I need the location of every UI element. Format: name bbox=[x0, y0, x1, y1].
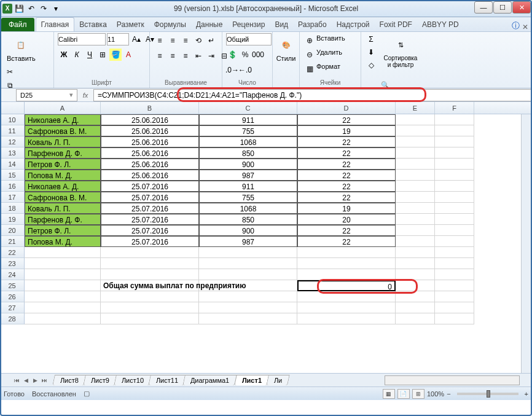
cell[interactable] bbox=[199, 258, 297, 269]
row-header[interactable]: 24 bbox=[0, 269, 25, 280]
tab-abbyy[interactable]: ABBYY PD bbox=[417, 18, 464, 31]
tab-foxit[interactable]: Foxit PDF bbox=[375, 18, 417, 31]
cell[interactable] bbox=[435, 313, 474, 324]
qat-dropdown-icon[interactable]: ▾ bbox=[50, 3, 61, 14]
row-header[interactable]: 14 bbox=[0, 159, 25, 170]
tab-home[interactable]: Главная bbox=[36, 17, 75, 31]
cell[interactable]: 25.06.2016 bbox=[101, 147, 199, 159]
cell[interactable] bbox=[396, 147, 435, 159]
align-bottom-icon[interactable]: ≡ bbox=[179, 34, 192, 47]
align-left-icon[interactable]: ≡ bbox=[154, 50, 166, 62]
cell[interactable]: Парфенов Д. Ф. bbox=[25, 214, 101, 225]
save-icon[interactable]: 💾 bbox=[14, 3, 25, 14]
cell[interactable]: 22 bbox=[297, 114, 396, 125]
cell[interactable]: Коваль Л. П. bbox=[25, 136, 101, 147]
cell[interactable]: 22 bbox=[297, 170, 396, 181]
cell[interactable]: 25.07.2016 bbox=[101, 225, 199, 236]
paste-button[interactable]: 📋 Вставить bbox=[4, 33, 39, 64]
cell[interactable]: 25.06.2016 bbox=[101, 170, 199, 181]
decrease-decimal-icon[interactable]: ←.0 bbox=[239, 64, 251, 76]
cell[interactable] bbox=[396, 159, 435, 170]
cell[interactable] bbox=[101, 247, 199, 258]
cell[interactable]: 850 bbox=[199, 147, 297, 159]
cell[interactable]: 19 bbox=[297, 203, 396, 214]
cell[interactable] bbox=[435, 280, 474, 291]
cell[interactable]: 22 bbox=[297, 159, 396, 170]
cell[interactable] bbox=[435, 203, 474, 214]
fx-icon[interactable]: fx bbox=[80, 90, 91, 101]
view-layout-icon[interactable]: 📄 bbox=[397, 389, 410, 399]
sheet-tab[interactable]: Ли bbox=[266, 375, 290, 385]
underline-button[interactable]: Ч bbox=[84, 49, 96, 61]
sheet-tab[interactable]: Лист10 bbox=[114, 375, 152, 385]
row-header[interactable]: 22 bbox=[0, 247, 25, 258]
cell[interactable] bbox=[396, 125, 435, 136]
row-header[interactable]: 11 bbox=[0, 125, 25, 136]
cell[interactable]: 755 bbox=[199, 192, 297, 203]
cell[interactable] bbox=[199, 247, 297, 258]
cell[interactable] bbox=[199, 313, 297, 324]
tab-data[interactable]: Данные bbox=[191, 18, 227, 31]
cell[interactable] bbox=[297, 247, 396, 258]
border-button[interactable]: ⊞ bbox=[96, 49, 109, 61]
sort-filter-button[interactable]: ⇅ Сортировка и фильтр bbox=[379, 33, 422, 70]
cell[interactable]: 850 bbox=[199, 214, 297, 225]
view-normal-icon[interactable]: ▦ bbox=[383, 389, 395, 399]
cell[interactable] bbox=[435, 302, 474, 313]
minimize-button[interactable]: — bbox=[474, 1, 493, 14]
number-format-select[interactable] bbox=[226, 33, 272, 45]
align-top-icon[interactable]: ≡ bbox=[154, 34, 166, 47]
fill-icon[interactable]: ⬇ bbox=[365, 46, 377, 58]
cell[interactable] bbox=[25, 280, 101, 291]
cell[interactable]: Николаев А. Д. bbox=[25, 181, 101, 192]
zoom-level[interactable]: 100% bbox=[427, 390, 444, 398]
cell[interactable]: 25.06.2016 bbox=[101, 159, 199, 170]
cell[interactable]: 25.06.2016 bbox=[101, 125, 199, 136]
cell[interactable] bbox=[435, 125, 474, 136]
cell[interactable]: 22 bbox=[297, 225, 396, 236]
cell[interactable] bbox=[435, 170, 474, 181]
cell[interactable] bbox=[396, 170, 435, 181]
cell[interactable]: Коваль Л. П. bbox=[25, 203, 101, 214]
format-cell-icon[interactable]: ▦ bbox=[303, 63, 316, 75]
row-header[interactable]: 28 bbox=[0, 313, 25, 324]
sheet-nav-first-icon[interactable]: ⏮ bbox=[12, 375, 21, 385]
col-A[interactable]: A bbox=[25, 102, 101, 114]
cell[interactable] bbox=[199, 302, 297, 313]
cell[interactable] bbox=[435, 225, 474, 236]
macro-record-icon[interactable]: ▢ bbox=[84, 390, 90, 398]
delete-cell-icon[interactable]: ⊖ bbox=[303, 49, 316, 61]
cell[interactable] bbox=[435, 147, 474, 159]
percent-icon[interactable]: % bbox=[239, 49, 251, 61]
cell[interactable]: 22 bbox=[297, 192, 396, 203]
cell[interactable] bbox=[396, 313, 435, 324]
insert-cell-icon[interactable]: ⊕ bbox=[303, 34, 316, 47]
increase-decimal-icon[interactable]: .0→ bbox=[226, 64, 238, 76]
cell[interactable]: 25.06.2016 bbox=[101, 136, 199, 147]
cell[interactable]: 25.07.2016 bbox=[101, 192, 199, 203]
name-box[interactable]: D25▾ bbox=[16, 89, 77, 101]
cell[interactable]: Сафронова В. М. bbox=[25, 192, 101, 203]
cell[interactable] bbox=[396, 280, 435, 291]
sheet-tab[interactable]: Лист11 bbox=[148, 375, 186, 385]
row-header[interactable]: 20 bbox=[0, 225, 25, 236]
cell[interactable] bbox=[396, 181, 435, 192]
cell[interactable]: 900 bbox=[199, 159, 297, 170]
sheet-tab[interactable]: Лист9 bbox=[83, 375, 117, 385]
row-header[interactable]: 13 bbox=[0, 147, 25, 159]
cell[interactable] bbox=[297, 291, 396, 302]
cell[interactable]: 911 bbox=[199, 114, 297, 125]
bold-button[interactable]: Ж bbox=[58, 49, 70, 61]
vertical-scrollbar[interactable] bbox=[521, 114, 532, 373]
col-E[interactable]: E bbox=[396, 102, 435, 114]
undo-icon[interactable]: ↶ bbox=[26, 3, 37, 14]
view-pagebreak-icon[interactable]: ⊞ bbox=[412, 389, 424, 399]
doc-close-icon[interactable]: ✕ bbox=[522, 23, 528, 31]
sheet-tab[interactable]: Диаграмма1 bbox=[183, 375, 238, 385]
cell[interactable] bbox=[435, 247, 474, 258]
cell[interactable] bbox=[25, 302, 101, 313]
cell[interactable] bbox=[396, 247, 435, 258]
cell[interactable] bbox=[101, 258, 199, 269]
spreadsheet-grid[interactable]: A B C D E F 10 Николаев А. Д. 25.06.2016… bbox=[0, 102, 532, 373]
cell[interactable]: 1068 bbox=[199, 136, 297, 147]
